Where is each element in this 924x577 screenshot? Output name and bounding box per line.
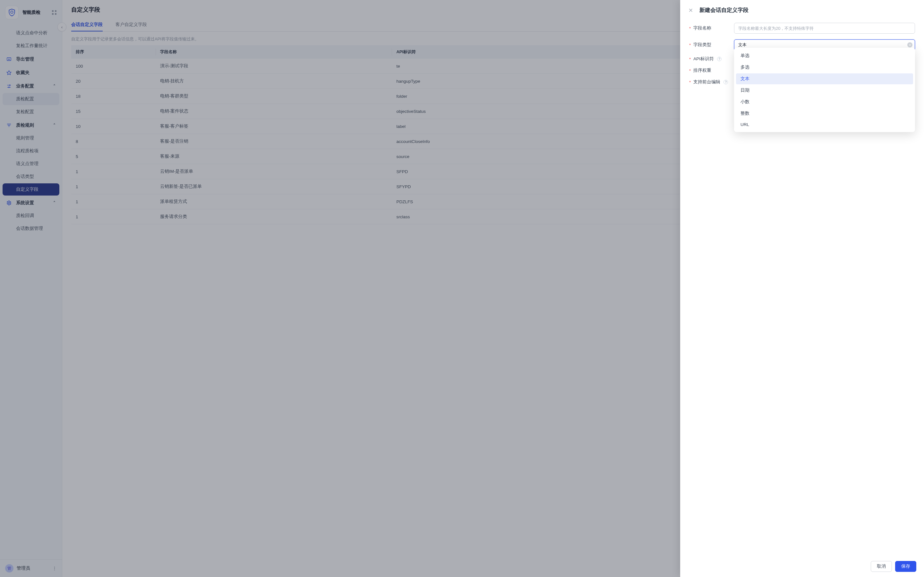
modal-overlay[interactable]: 新建会话自定义字段 *字段名称 *字段类型 ✕ *API标识符? *排序权重 [0, 0, 924, 577]
dropdown-option[interactable]: 多选 [736, 62, 913, 73]
cancel-button[interactable]: 取消 [871, 561, 892, 572]
close-icon[interactable] [688, 7, 694, 13]
input-field-name[interactable] [734, 23, 915, 34]
dropdown-option[interactable]: 整数 [736, 108, 913, 119]
dropdown-option[interactable]: URL [736, 119, 913, 129]
help-icon[interactable]: ? [717, 57, 722, 61]
drawer-title: 新建会话自定义字段 [699, 6, 748, 14]
drawer-form: *字段名称 *字段类型 ✕ *API标识符? *排序权重 *支持前台编辑? 单选… [680, 20, 924, 93]
drawer-panel: 新建会话自定义字段 *字段名称 *字段类型 ✕ *API标识符? *排序权重 [680, 0, 924, 577]
field-type-dropdown: 单选多选文本日期小数整数URL [734, 48, 915, 132]
drawer-footer: 取消 保存 [680, 556, 924, 577]
dropdown-option[interactable]: 小数 [736, 97, 913, 107]
dropdown-option[interactable]: 文本 [736, 73, 913, 84]
label-api-id: API标识符 [693, 56, 714, 62]
label-front-edit: 支持前台编辑 [693, 79, 720, 85]
drawer-header: 新建会话自定义字段 [680, 0, 924, 20]
label-sort-weight: 排序权重 [693, 68, 711, 73]
label-field-name: 字段名称 [693, 25, 711, 31]
help-icon[interactable]: ? [724, 80, 728, 84]
dropdown-option[interactable]: 单选 [736, 50, 913, 61]
label-field-type: 字段类型 [693, 42, 711, 48]
clear-icon[interactable]: ✕ [907, 42, 913, 47]
save-button[interactable]: 保存 [895, 561, 916, 572]
dropdown-option[interactable]: 日期 [736, 85, 913, 96]
